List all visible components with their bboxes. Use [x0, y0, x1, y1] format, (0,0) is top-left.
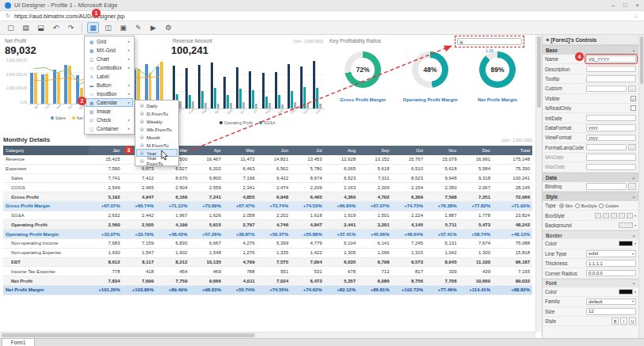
font-color-swatch[interactable] [619, 289, 633, 295]
thickness-input[interactable] [586, 260, 636, 267]
vertical-scrollbar[interactable] [535, 35, 542, 332]
formatlangcode-input[interactable] [586, 144, 627, 151]
submenu-item-year-fromto[interactable]: ▤Year FromTo [136, 157, 177, 165]
maxdate-input[interactable] [586, 164, 636, 171]
mindate-input[interactable] [586, 154, 636, 161]
submenu-item-wk-fromto[interactable]: ▤Wk.FromTo [136, 125, 177, 133]
dropdown-icon[interactable]: ▾ [634, 290, 636, 294]
menu-item-chart[interactable]: ◫Chart▸ [86, 55, 133, 63]
isreadonly-checkbox[interactable] [631, 105, 636, 111]
label-icon: A [89, 74, 94, 79]
insert-component-icon[interactable]: ▦ [87, 22, 99, 33]
menu-item-grid[interactable]: ▦Grid▸ [86, 37, 133, 46]
dataformat-input[interactable] [586, 124, 636, 131]
table-row: Revenue15,42514,57115,50016,46711,47214,… [3, 155, 532, 164]
section-data[interactable]: Data ▲ [543, 173, 638, 182]
cell: 2,154 [392, 183, 426, 192]
ratio-item: 89%Net Profit Margin [466, 51, 529, 102]
custom-input[interactable] [586, 86, 627, 93]
tab-form1[interactable]: Form1 [2, 338, 35, 346]
border-color-swatch[interactable] [619, 241, 633, 246]
cell: +57.41% [425, 230, 459, 239]
boxstyle-radio[interactable] [575, 203, 580, 208]
section-style[interactable]: Style ▲ [543, 192, 638, 201]
background-swatch[interactable] [619, 222, 633, 228]
boxstyle-swatch[interactable] [619, 213, 625, 219]
cell: 4,847 [291, 220, 325, 230]
name-input[interactable] [586, 55, 636, 63]
custom-radio[interactable] [599, 203, 604, 208]
submenu-item-month[interactable]: ▤Month [136, 133, 177, 141]
refresh-icon[interactable]: ↻ [6, 13, 10, 19]
dropdown-icon[interactable]: ▾ [634, 214, 636, 218]
redo-icon[interactable]: ↷ [65, 22, 77, 33]
minimize-button[interactable]: – [612, 2, 615, 9]
menu-item-label[interactable]: ALabel [86, 72, 133, 81]
section-base[interactable]: Base ▲ [543, 45, 638, 55]
initdate-input[interactable] [586, 115, 636, 122]
skin-radio[interactable] [559, 203, 564, 208]
custom-dots-button[interactable]: … [628, 86, 636, 93]
grid-icon: ▦ [89, 40, 94, 44]
subsection-label: Font [546, 280, 557, 286]
menu-item-mx-grid[interactable]: ▩MX-Grid▸ [86, 46, 133, 55]
edit-icon[interactable]: ✎ [132, 22, 144, 33]
tooltip-input[interactable] [586, 75, 636, 82]
boxstyle-swatch[interactable] [611, 213, 617, 219]
boxstyle-swatch[interactable] [595, 213, 601, 219]
menu-item-inputbox[interactable]: ▭InputBox▸ [86, 89, 133, 98]
formatlangcode-dots-button[interactable]: … [628, 144, 636, 151]
maximize-button[interactable]: □ [623, 2, 627, 9]
menu-item-check[interactable]: ☑Check▸ [86, 116, 133, 124]
boxstyle-swatch[interactable] [603, 213, 609, 219]
horizontal-scrollbar[interactable] [0, 332, 535, 338]
italic-button[interactable]: I [620, 317, 627, 325]
designer-canvas: Net Profit 89,032 6,000,000.004,000,000.… [0, 35, 535, 332]
year-input[interactable]: ▣ … [457, 38, 522, 45]
font-family-select[interactable]: default▾ [586, 298, 636, 306]
chart-tool-icon[interactable]: ◫ [102, 22, 114, 33]
table-unit: (Unit : 1,000 USD) [501, 139, 532, 143]
ellipsis-icon[interactable]: … [516, 40, 520, 44]
new-document-icon[interactable]: ▢ [5, 22, 17, 33]
menu-item-calendar[interactable]: ▣Calendar▸ [86, 98, 133, 107]
dropdown-icon[interactable]: ▾ [634, 223, 636, 227]
linetype-select[interactable]: solid▾ [586, 250, 636, 257]
menu-item-image[interactable]: ▨Image [86, 107, 133, 116]
menu-item-button[interactable]: ▬Button▸ [86, 81, 133, 89]
menu-item-container[interactable]: ▢Container▸ [86, 124, 133, 133]
favorite-star-icon[interactable]: ☆ [633, 13, 638, 20]
dataset-icon[interactable]: ▣ [117, 22, 129, 33]
cell: 7,741 [89, 173, 123, 183]
bar-group [211, 63, 219, 108]
menu-item-combobox[interactable]: ▭ComboBox▸ [86, 63, 133, 72]
binding-input[interactable] [586, 183, 627, 190]
save-icon[interactable]: ⬓ [35, 22, 47, 33]
submenu-item-m-fromto[interactable]: ▤M.FromTo [136, 141, 177, 149]
underline-button[interactable]: U [629, 317, 636, 325]
open-file-icon[interactable]: ▤ [20, 22, 32, 33]
dropdown-icon[interactable]: ▾ [634, 241, 636, 245]
preview-play-icon[interactable]: ▶ [147, 22, 159, 33]
submenu-item-daily[interactable]: ▤Daily [136, 101, 177, 109]
back-icon[interactable]: ◂ [546, 36, 548, 43]
submenu-item-d-fromto[interactable]: ▤D.FromTo [136, 109, 177, 117]
boxstyle-swatch[interactable] [627, 213, 633, 219]
submenu-item-weekly[interactable]: ▤Weekly [136, 117, 177, 125]
binding-dots-button[interactable]: … [628, 183, 636, 190]
panel-scrollbar-thumb[interactable] [640, 36, 643, 84]
corner-radius-input[interactable] [586, 270, 636, 277]
visible-checkbox[interactable]: ✓ [631, 96, 636, 101]
viewformat-input[interactable] [586, 135, 636, 142]
vertical-scrollbar-thumb[interactable] [537, 36, 541, 108]
settings-gear-icon[interactable]: ⚙ [162, 22, 174, 33]
font-size-input[interactable] [586, 308, 636, 315]
undo-icon[interactable]: ↶ [50, 22, 62, 33]
close-button[interactable]: × [636, 2, 639, 9]
cell: 6,830 [156, 239, 190, 249]
cell: 12,628 [325, 155, 359, 164]
panel-scrollbar[interactable] [638, 35, 644, 338]
horizontal-scrollbar-thumb[interactable] [2, 333, 255, 337]
description-input[interactable] [586, 66, 636, 73]
bold-button[interactable]: B [612, 317, 619, 325]
